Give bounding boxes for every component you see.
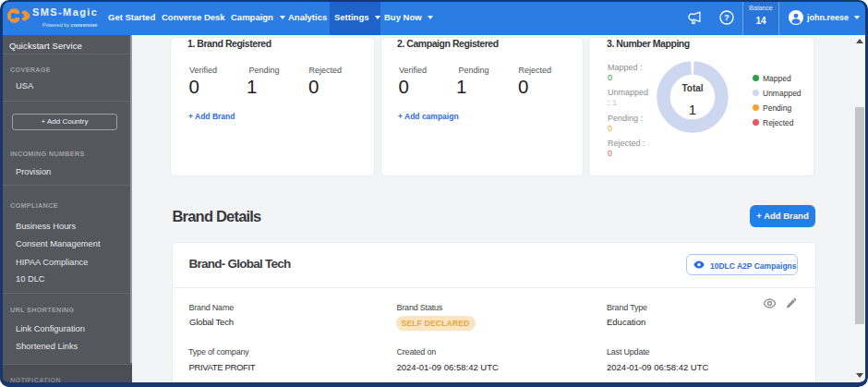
svg-text:?: ? bbox=[724, 12, 729, 22]
